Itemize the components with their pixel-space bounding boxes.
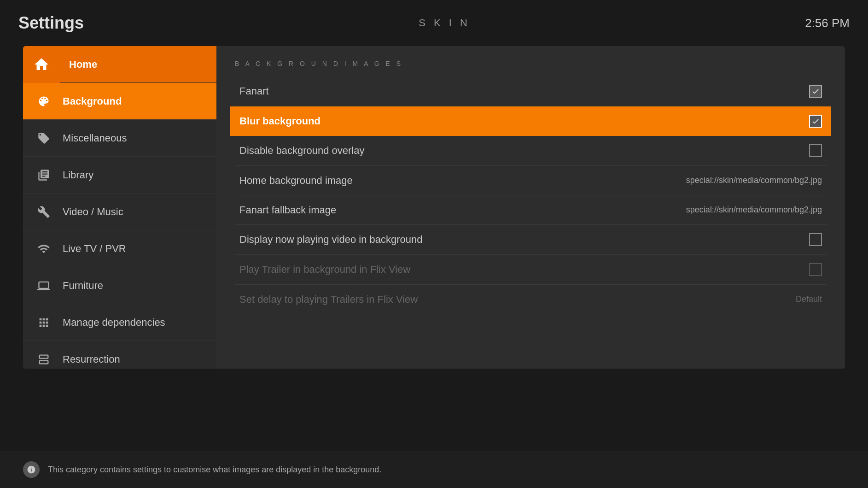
sidebar-item-library[interactable]: Library (23, 157, 216, 194)
box-icon (32, 348, 55, 369)
header: Settings S K I N 2:56 PM (0, 0, 868, 46)
sidebar-label-furniture: Furniture (63, 280, 103, 292)
setting-row-play-trailer: Play Trailer in background in Flix View (235, 255, 827, 285)
grid-icon (32, 311, 55, 334)
sidebar-item-furniture[interactable]: Furniture (23, 267, 216, 304)
sidebar-label-live-tv: Live TV / PVR (63, 243, 126, 255)
checkbox-disable-overlay[interactable] (809, 144, 822, 157)
setting-row-disable-overlay[interactable]: Disable background overlay (235, 136, 827, 166)
checkbox-blur-background[interactable] (809, 115, 822, 128)
main-container: Home Background Miscellaneous Library (23, 46, 845, 369)
setting-row-set-delay: Set delay to playing Trailers in Flix Vi… (235, 285, 827, 314)
sidebar-label-manage-dependencies: Manage dependencies (63, 317, 165, 329)
info-icon (23, 461, 40, 478)
sidebar-label-miscellaneous: Miscellaneous (63, 132, 127, 144)
sidebar-label-video-music: Video / Music (63, 206, 123, 218)
checkbox-play-trailer (809, 263, 822, 276)
network-icon (32, 237, 55, 260)
sidebar-item-manage-dependencies[interactable]: Manage dependencies (23, 304, 216, 341)
setting-value-home-bg-image: special://skin/media/common/bg2.jpg (686, 176, 822, 185)
page-title: Settings (18, 13, 84, 33)
sidebar-label-library: Library (63, 169, 93, 181)
checkbox-fanart[interactable] (809, 85, 822, 98)
setting-value-set-delay: Default (796, 294, 822, 304)
setting-value-fanart-fallback: special://skin/media/common/bg2.jpg (686, 205, 822, 215)
sidebar-item-live-tv[interactable]: Live TV / PVR (23, 230, 216, 267)
setting-row-fanart[interactable]: Fanart (235, 76, 827, 106)
sidebar-item-resurrection[interactable]: Resurrection (23, 341, 216, 369)
setting-label-fanart-fallback: Fanart fallback image (239, 204, 336, 216)
setting-label-disable-overlay: Disable background overlay (239, 145, 365, 157)
sidebar-item-home[interactable]: Home (23, 46, 216, 83)
sidebar-label-home: Home (69, 59, 97, 71)
section-title: B A C K G R O U N D I M A G E S (235, 60, 827, 67)
skin-label: S K I N (419, 17, 470, 29)
setting-label-home-bg-image: Home background image (239, 175, 353, 187)
setting-label-set-delay: Set delay to playing Trailers in Flix Vi… (239, 294, 418, 306)
checkbox-display-now-playing[interactable] (809, 233, 822, 246)
sidebar-item-background[interactable]: Background (23, 83, 216, 120)
home-icon-box (23, 46, 60, 83)
setting-label-fanart: Fanart (239, 85, 269, 97)
library-icon (32, 164, 55, 187)
home-icon (33, 56, 50, 73)
setting-row-blur-background[interactable]: Blur background (230, 106, 831, 136)
screen-icon (32, 274, 55, 297)
sidebar-label-background: Background (63, 95, 122, 107)
setting-row-display-now-playing[interactable]: Display now playing video in background (235, 225, 827, 255)
footer-text: This category contains settings to custo… (48, 465, 381, 475)
setting-label-blur-background: Blur background (239, 115, 320, 127)
sidebar-item-video-music[interactable]: Video / Music (23, 194, 216, 230)
setting-row-home-bg-image[interactable]: Home background image special://skin/med… (235, 166, 827, 195)
wrench-icon (32, 200, 55, 223)
tag-icon (32, 127, 55, 150)
footer: This category contains settings to custo… (0, 451, 868, 488)
sidebar-item-miscellaneous[interactable]: Miscellaneous (23, 120, 216, 157)
palette-icon (32, 90, 55, 113)
setting-label-play-trailer: Play Trailer in background in Flix View (239, 264, 410, 276)
sidebar: Home Background Miscellaneous Library (23, 46, 216, 369)
setting-row-fanart-fallback[interactable]: Fanart fallback image special://skin/med… (235, 195, 827, 225)
clock: 2:56 PM (805, 16, 850, 30)
content-area: B A C K G R O U N D I M A G E S Fanart B… (216, 46, 845, 369)
sidebar-label-resurrection: Resurrection (63, 353, 120, 365)
setting-label-display-now-playing: Display now playing video in background (239, 234, 422, 246)
